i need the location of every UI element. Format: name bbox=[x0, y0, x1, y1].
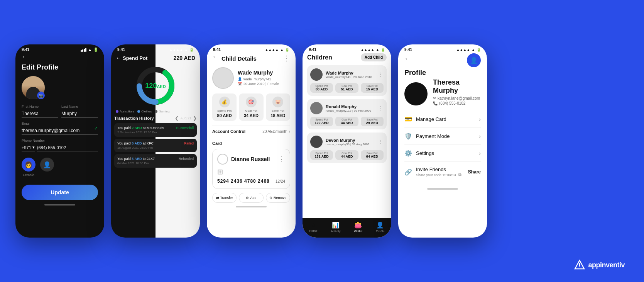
child-details-header: ← Child Details ⋮ bbox=[212, 53, 290, 63]
phone-number-group: Phone Number +971 ▾ bbox=[22, 139, 98, 151]
child-card-ronald-header: Ronald Murphy ronald_murphy115 | 05 Feb … bbox=[310, 102, 384, 114]
back-button-2[interactable]: ← bbox=[116, 55, 121, 61]
account-control-value[interactable]: 20 AED/month › bbox=[262, 129, 290, 134]
wade-name: Wade Murphy bbox=[326, 71, 372, 75]
nav-activity[interactable]: 📊 Activity bbox=[331, 221, 340, 233]
txn-title: Transaction History bbox=[114, 116, 154, 121]
email-group: Email ✓ bbox=[22, 122, 98, 135]
card-number: 5294 2436 4780 2468 bbox=[217, 178, 270, 184]
nav-wallet[interactable]: 👛 Wallet bbox=[354, 221, 362, 233]
nav-home[interactable]: ⌂ Home bbox=[309, 221, 317, 233]
transfer-button[interactable]: ⇄ Transfer bbox=[212, 193, 237, 203]
txn-next-btn[interactable]: ❯ bbox=[193, 116, 197, 121]
first-name-input[interactable] bbox=[22, 110, 58, 118]
status-bar-2: 9:41 ▲▲▲▲ ▲ 🔋 bbox=[111, 44, 200, 53]
male-option[interactable]: 👤 bbox=[40, 158, 54, 177]
last-name-input[interactable] bbox=[61, 110, 98, 118]
first-name-group: First Name bbox=[22, 105, 58, 118]
phone-edit-profile: 9:41 ▲ 🔋 ← Edit Profile bbox=[15, 44, 104, 238]
donut-unit: AED bbox=[157, 84, 166, 89]
child-card-devon: Devon Murphy devon_murphy36 | 31 Aug 200… bbox=[307, 133, 387, 163]
child-username-3: 👤 wade_murphy741 bbox=[238, 77, 279, 81]
bar1 bbox=[81, 50, 82, 52]
user-icon-3: 👤 bbox=[238, 77, 242, 81]
card-box: Dianne Russell ⋮ ⊞ 5294 2436 4780 2468 1… bbox=[212, 149, 290, 189]
ronald-more-icon[interactable]: ⋮ bbox=[378, 105, 384, 111]
devon-spend-pot: Spend Pot 131 AED bbox=[310, 150, 333, 160]
child-name-3: Wade Murphy bbox=[238, 70, 279, 76]
txn-header-row: Transaction History ❮ Aug 21 ❯ bbox=[114, 116, 197, 121]
bar2 bbox=[82, 49, 83, 52]
child-card-wade-header: Wade Murphy Wade_murphy741 | 20 June 201… bbox=[310, 68, 384, 81]
invite-icon: 🔗 bbox=[404, 168, 412, 176]
settings-label: Settings bbox=[416, 150, 434, 156]
manage-card-item[interactable]: 💳 Manage Card › bbox=[404, 111, 481, 128]
account-control-row: Account Control 20 AED/month › bbox=[212, 126, 290, 137]
child-dob-3: 📅 20 June 2010 | Female bbox=[238, 82, 279, 86]
devon-save-pot: Save Pot 64 AED bbox=[361, 150, 384, 160]
settings-item[interactable]: ⚙️ Settings › bbox=[404, 145, 481, 162]
child-info-row: Wade Murphy 👤 wade_murphy741 📅 20 June 2… bbox=[212, 67, 290, 89]
settings-chevron: › bbox=[479, 150, 481, 156]
phone4-content: Children Add Child Wade Murphy Wade_murp… bbox=[303, 53, 391, 163]
nav-activity-label: Activity bbox=[331, 229, 340, 233]
child-card-ronald: Ronald Murphy ronald_murphy115 | 05 Feb … bbox=[307, 99, 387, 129]
settings-left: ⚙️ Settings bbox=[404, 149, 434, 157]
nav-home-label: Home bbox=[309, 229, 317, 233]
camera-badge[interactable]: 📷 bbox=[37, 92, 45, 99]
remove-button[interactable]: ⊖ Remove bbox=[266, 193, 290, 203]
txn-prev-btn[interactable]: ❮ bbox=[175, 116, 179, 121]
back-button-5[interactable]: ← bbox=[404, 55, 411, 62]
devon-goal-pot: Goal Pot 44 AED bbox=[335, 150, 358, 160]
wade-meta: Wade_murphy741 | 20 June 2010 bbox=[326, 75, 372, 79]
ronald-name: Ronald Murphy bbox=[326, 104, 371, 109]
bar4 bbox=[85, 48, 86, 52]
gender-row: 👩 Female 👤 bbox=[22, 158, 98, 177]
txn-1-date: 2 September 2021 12:30 Pm bbox=[117, 131, 194, 134]
nav-profile-label: Profile bbox=[376, 229, 385, 233]
card-more-icon[interactable]: ⋮ bbox=[278, 155, 285, 163]
legend-dot-gaming bbox=[155, 110, 157, 113]
card-left: Dianne Russell bbox=[217, 154, 270, 165]
back-button-1[interactable]: ← bbox=[22, 53, 98, 60]
payment-mode-item[interactable]: 🛡️ Payment Mode › bbox=[404, 128, 481, 145]
back-button-3[interactable]: ← bbox=[212, 53, 218, 60]
txn-2-status: Failed bbox=[184, 141, 194, 145]
devon-more-icon[interactable]: ⋮ bbox=[378, 139, 384, 145]
female-option[interactable]: 👩 Female bbox=[22, 158, 35, 177]
country-code[interactable]: +971 ▾ bbox=[22, 144, 35, 151]
profile-title-row: Profile bbox=[404, 69, 481, 77]
txn-3-status: Refunded bbox=[179, 157, 194, 161]
save-pot-card: 🐷 Save Pot 18 AED bbox=[266, 93, 290, 121]
save-pot-icon: 🐷 bbox=[272, 97, 283, 107]
add-button[interactable]: ⊕ Add bbox=[239, 193, 263, 203]
status-icons-1: ▲ 🔋 bbox=[81, 48, 98, 52]
wifi-5: ▲ bbox=[472, 48, 475, 52]
chevron-down-icon: ▾ bbox=[32, 145, 35, 150]
txn-1-status: Successfull bbox=[176, 126, 194, 130]
profile-top-avatar[interactable]: 👤 bbox=[467, 53, 481, 67]
txn-item-2: You paid 5 AED at KFC Failed 15 August 2… bbox=[114, 139, 197, 152]
nav-profile[interactable]: 👤 Profile bbox=[376, 221, 385, 233]
copy-icon[interactable]: ⧉ bbox=[458, 172, 461, 177]
card-name-row: Dianne Russell ⋮ bbox=[217, 154, 285, 165]
wade-pots: Spend Pot 80 AED Goal Pot 51 AED Save Po… bbox=[310, 83, 384, 93]
legend-gaming: Gaming bbox=[155, 110, 169, 113]
profile-email: ✉ kathryn.lane@gmail.com bbox=[433, 96, 481, 100]
more-options-icon[interactable]: ⋮ bbox=[283, 54, 290, 63]
battery-icon-1: 🔋 bbox=[93, 48, 98, 52]
email-input[interactable] bbox=[22, 127, 98, 135]
phone-number-input[interactable] bbox=[37, 144, 98, 151]
update-button[interactable]: Update bbox=[22, 185, 98, 200]
signal-icon-2: ▲▲▲▲ bbox=[169, 48, 183, 52]
invite-share-button[interactable]: Share bbox=[468, 169, 481, 175]
child-card-wade: Wade Murphy Wade_murphy741 | 20 June 201… bbox=[307, 65, 387, 96]
add-child-button[interactable]: Add Child bbox=[361, 53, 387, 61]
invite-code-text: Share your code 151ue13 ⧉ bbox=[416, 172, 461, 177]
first-name-label: First Name bbox=[22, 105, 58, 109]
donut-amount: 120 bbox=[145, 82, 157, 90]
wade-more-icon[interactable]: ⋮ bbox=[378, 71, 384, 78]
goal-pot-label: Goal Pot bbox=[241, 109, 261, 112]
children-header: Children Add Child bbox=[307, 53, 387, 61]
goal-pot-card: 🎯 Goal Pot 34 AED bbox=[239, 93, 263, 121]
